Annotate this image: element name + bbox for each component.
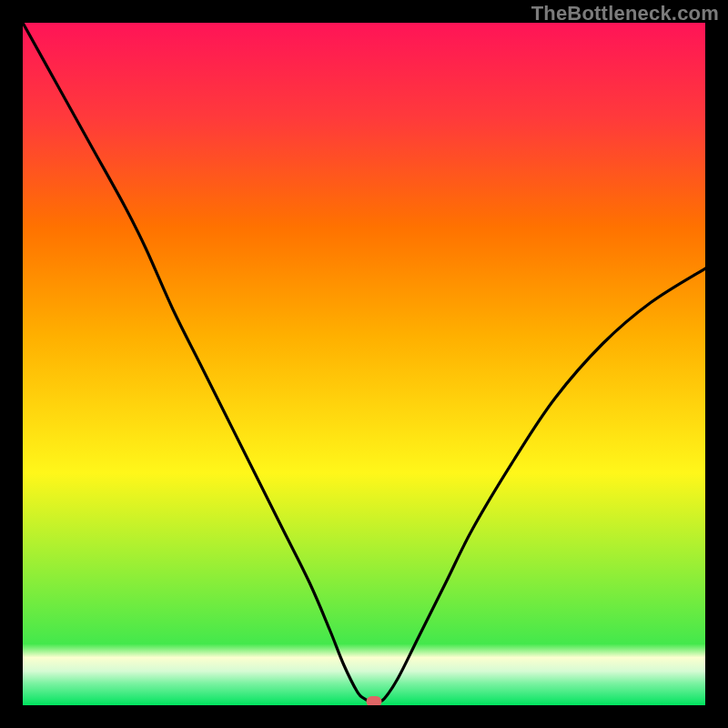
plot-area <box>23 23 705 705</box>
bottleneck-curve <box>23 23 705 705</box>
chart-frame: TheBottleneck.com <box>0 0 728 728</box>
watermark-text: TheBottleneck.com <box>531 2 719 25</box>
optimum-marker <box>367 696 382 705</box>
